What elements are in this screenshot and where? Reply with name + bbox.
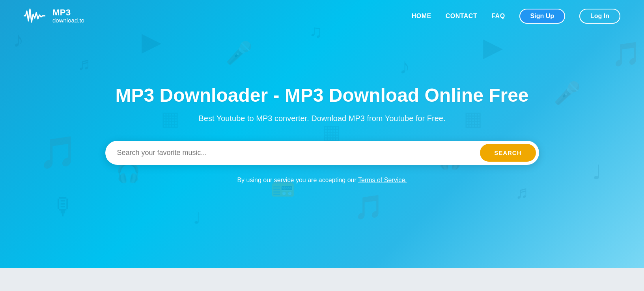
bottom-bar bbox=[0, 268, 644, 291]
logo-text: MP3 download.to bbox=[52, 8, 84, 24]
nav-home[interactable]: HOME bbox=[412, 13, 431, 20]
login-button[interactable]: Log In bbox=[579, 9, 620, 24]
header: MP3 download.to HOME CONTACT FAQ Sign Up… bbox=[0, 0, 644, 32]
logo-icon bbox=[24, 7, 49, 25]
search-button[interactable]: SEARCH bbox=[480, 144, 536, 162]
search-bar: SEARCH bbox=[105, 141, 539, 165]
nav-faq[interactable]: FAQ bbox=[491, 13, 505, 20]
hero-content: MP3 Downloader - MP3 Download Online Fre… bbox=[0, 84, 644, 184]
hero-section: ♪ 🎵 ♬ 🎙 🎧 ▶ ♩ 🎤 📻 ♫ 🎵 ♪ 🎧 ▶ ♬ 🎤 ♩ 🎵 ▦ ▦ … bbox=[0, 0, 644, 268]
signup-button[interactable]: Sign Up bbox=[519, 9, 565, 24]
terms-text: By using our service you are accepting o… bbox=[32, 177, 612, 184]
logo[interactable]: MP3 download.to bbox=[24, 7, 84, 25]
terms-link[interactable]: Terms of Service. bbox=[358, 177, 407, 183]
search-input[interactable] bbox=[117, 145, 480, 161]
hero-title: MP3 Downloader - MP3 Download Online Fre… bbox=[32, 84, 612, 106]
logo-domain: download.to bbox=[52, 17, 84, 24]
nav-contact[interactable]: CONTACT bbox=[446, 13, 478, 20]
hero-subtitle: Best Youtube to MP3 converter. Download … bbox=[32, 114, 612, 123]
logo-mp3: MP3 bbox=[52, 8, 84, 17]
navigation: HOME CONTACT FAQ Sign Up Log In bbox=[412, 9, 620, 24]
